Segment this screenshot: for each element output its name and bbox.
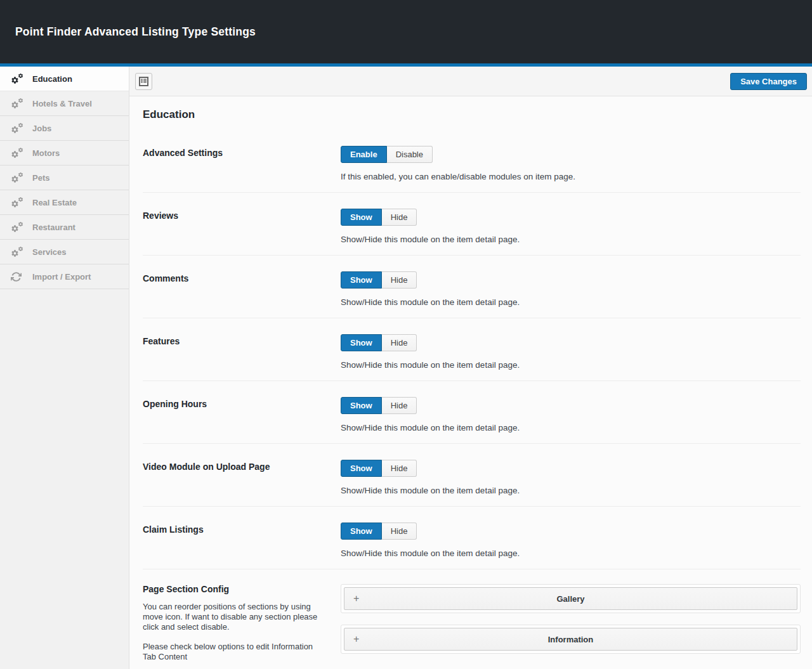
save-changes-button[interactable]: Save Changes (730, 73, 807, 90)
sidebar-item-education[interactable]: Education (0, 67, 129, 91)
show-button[interactable]: Show (341, 523, 382, 540)
page-title: Education (143, 108, 801, 121)
page-header-title: Point Finder Advanced Listing Type Setti… (15, 25, 256, 39)
hide-button[interactable]: Hide (382, 334, 417, 351)
show-hide-toggle: Show Hide (341, 271, 417, 289)
show-hide-toggle: Show Hide (341, 523, 417, 540)
plus-icon: + (353, 633, 359, 645)
layout-toggle-icon (139, 77, 148, 86)
section-header-gallery[interactable]: + Gallery (344, 587, 797, 610)
sidebar-item-label: Restaurant (32, 223, 75, 232)
settings-row-video-module: Video Module on Upload Page Show Hide Sh… (143, 444, 801, 507)
section-panel-information: + Information (341, 625, 801, 654)
settings-row-opening-hours: Opening Hours Show Hide Show/Hide this m… (143, 381, 801, 444)
sidebar-item-label: Hotels & Travel (32, 99, 92, 108)
setting-description: Show/Hide this module on the item detail… (341, 549, 801, 558)
settings-content: Education Advanced Settings Enable Disab… (129, 96, 812, 669)
cogs-icon (11, 123, 25, 134)
enable-disable-toggle: Enable Disable (341, 146, 433, 163)
settings-row-claim-listings: Claim Listings Show Hide Show/Hide this … (143, 507, 801, 569)
main-layout: Education Hotels & Travel Jobs Motors Pe… (0, 67, 812, 669)
refresh-icon (11, 271, 25, 282)
sidebar-item-label: Real Estate (32, 198, 77, 207)
sidebar-item-hotels-travel[interactable]: Hotels & Travel (0, 91, 129, 116)
sidebar-item-motors[interactable]: Motors (0, 141, 129, 166)
settings-row-reviews: Reviews Show Hide Show/Hide this module … (143, 193, 801, 256)
sidebar-item-restaurant[interactable]: Restaurant (0, 215, 129, 240)
enable-button[interactable]: Enable (341, 146, 387, 163)
show-button[interactable]: Show (341, 334, 382, 351)
setting-description: If this enabled, you can enable/disable … (341, 172, 801, 181)
hide-button[interactable]: Hide (382, 209, 417, 226)
cogs-icon (11, 148, 25, 159)
setting-label: Reviews (143, 209, 341, 244)
config-description-1: You can reorder positions of sections by… (143, 602, 328, 632)
setting-label: Claim Listings (143, 523, 341, 558)
setting-description: Show/Hide this module on the item detail… (341, 486, 801, 495)
sidebar-item-pets[interactable]: Pets (0, 166, 129, 190)
show-button[interactable]: Show (341, 460, 382, 477)
sidebar-item-label: Import / Export (32, 272, 91, 282)
sidebar: Education Hotels & Travel Jobs Motors Pe… (0, 67, 129, 669)
show-hide-toggle: Show Hide (341, 397, 417, 414)
sidebar-item-label: Jobs (32, 124, 51, 133)
setting-label: Video Module on Upload Page (143, 460, 341, 495)
cogs-icon (11, 247, 25, 257)
hide-button[interactable]: Hide (382, 271, 417, 289)
cogs-icon (11, 98, 25, 109)
show-button[interactable]: Show (341, 397, 382, 414)
disable-button[interactable]: Disable (387, 146, 433, 163)
show-hide-toggle: Show Hide (341, 334, 417, 351)
setting-description: Show/Hide this module on the item detail… (341, 297, 801, 307)
layout-toggle-button[interactable] (135, 73, 152, 90)
app-header: Point Finder Advanced Listing Type Setti… (0, 0, 812, 63)
main-panel: Save Changes Education Advanced Settings… (129, 67, 812, 669)
sidebar-item-services[interactable]: Services (0, 240, 129, 264)
cogs-icon (11, 172, 25, 183)
plus-icon: + (353, 593, 359, 604)
setting-description: Show/Hide this module on the item detail… (341, 423, 801, 432)
sidebar-item-real-estate[interactable]: Real Estate (0, 190, 129, 215)
sidebar-item-import-export[interactable]: Import / Export (0, 264, 129, 289)
settings-row-comments: Comments Show Hide Show/Hide this module… (143, 256, 801, 318)
toolbar: Save Changes (129, 67, 812, 96)
hide-button[interactable]: Hide (382, 460, 417, 477)
section-title: Information (548, 635, 594, 644)
section-panel-gallery: + Gallery (341, 584, 801, 613)
config-description-2: Please check below options to edit Infor… (143, 642, 328, 662)
setting-label: Advanced Settings (143, 146, 341, 181)
settings-row-page-section-config: Page Section Config You can reorder posi… (143, 569, 801, 669)
setting-label: Comments (143, 271, 341, 307)
setting-label: Page Section Config (143, 584, 341, 594)
section-header-information[interactable]: + Information (344, 628, 797, 651)
settings-row-advanced-settings: Advanced Settings Enable Disable If this… (143, 130, 801, 193)
setting-description: Show/Hide this module on the item detail… (341, 360, 801, 370)
setting-label: Opening Hours (143, 397, 341, 432)
hide-button[interactable]: Hide (382, 523, 417, 540)
sidebar-item-label: Pets (32, 173, 49, 183)
setting-label: Features (143, 334, 341, 370)
hide-button[interactable]: Hide (382, 397, 417, 414)
cogs-icon (11, 197, 25, 208)
sidebar-item-label: Motors (32, 148, 60, 158)
cogs-icon (11, 222, 25, 233)
cogs-icon (11, 74, 25, 84)
section-title: Gallery (556, 594, 584, 604)
sidebar-item-jobs[interactable]: Jobs (0, 116, 129, 141)
show-hide-toggle: Show Hide (341, 460, 417, 477)
show-hide-toggle: Show Hide (341, 209, 417, 226)
show-button[interactable]: Show (341, 271, 382, 289)
sidebar-item-label: Education (32, 74, 72, 84)
setting-description: Show/Hide this module on the item detail… (341, 235, 801, 244)
settings-row-features: Features Show Hide Show/Hide this module… (143, 318, 801, 381)
sidebar-item-label: Services (32, 247, 67, 257)
show-button[interactable]: Show (341, 209, 382, 226)
